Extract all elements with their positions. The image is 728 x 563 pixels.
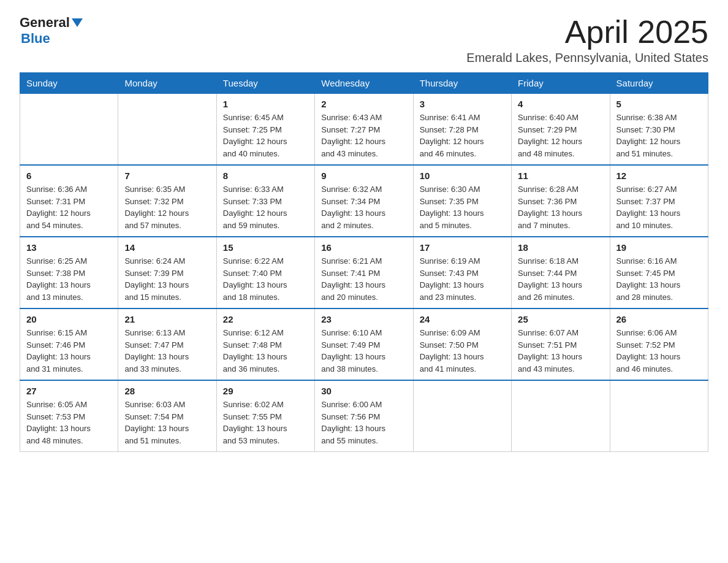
day-number: 19: [616, 242, 702, 253]
calendar-cell: 18Sunrise: 6:18 AMSunset: 7:44 PMDayligh…: [512, 237, 610, 308]
day-info: Sunrise: 6:30 AMSunset: 7:35 PMDaylight:…: [420, 183, 505, 231]
day-info: Sunrise: 6:15 AMSunset: 7:46 PMDaylight:…: [26, 327, 112, 375]
day-number: 8: [223, 170, 308, 181]
day-info: Sunrise: 6:32 AMSunset: 7:34 PMDaylight:…: [321, 183, 406, 231]
day-number: 6: [26, 170, 112, 181]
calendar-cell: 9Sunrise: 6:32 AMSunset: 7:34 PMDaylight…: [315, 165, 413, 237]
calendar-cell: 13Sunrise: 6:25 AMSunset: 7:38 PMDayligh…: [20, 237, 118, 308]
calendar-cell: 23Sunrise: 6:10 AMSunset: 7:49 PMDayligh…: [315, 308, 413, 380]
calendar-week-row: 13Sunrise: 6:25 AMSunset: 7:38 PMDayligh…: [20, 237, 708, 308]
calendar-cell: 24Sunrise: 6:09 AMSunset: 7:50 PMDayligh…: [413, 308, 511, 380]
day-number: 10: [420, 170, 505, 181]
day-number: 7: [124, 170, 210, 181]
calendar-header-row: SundayMondayTuesdayWednesdayThursdayFrid…: [20, 73, 708, 94]
day-info: Sunrise: 6:28 AMSunset: 7:36 PMDaylight:…: [518, 183, 603, 231]
calendar-cell: 1Sunrise: 6:45 AMSunset: 7:25 PMDaylight…: [216, 94, 314, 166]
calendar-cell: 19Sunrise: 6:16 AMSunset: 7:45 PMDayligh…: [610, 237, 708, 308]
day-number: 12: [616, 170, 702, 181]
calendar-cell: [512, 380, 610, 452]
day-number: 2: [321, 99, 406, 109]
day-info: Sunrise: 6:07 AMSunset: 7:51 PMDaylight:…: [518, 327, 603, 375]
day-number: 27: [26, 386, 112, 396]
column-header-friday: Friday: [512, 73, 610, 94]
day-number: 11: [518, 170, 603, 181]
day-info: Sunrise: 6:06 AMSunset: 7:52 PMDaylight:…: [616, 327, 702, 375]
day-info: Sunrise: 6:21 AMSunset: 7:41 PMDaylight:…: [321, 255, 406, 303]
calendar-cell: 17Sunrise: 6:19 AMSunset: 7:43 PMDayligh…: [413, 237, 511, 308]
day-number: 25: [518, 314, 603, 324]
day-number: 1: [223, 99, 308, 109]
day-number: 5: [616, 99, 702, 109]
day-number: 15: [223, 242, 308, 253]
column-header-wednesday: Wednesday: [315, 73, 413, 94]
day-info: Sunrise: 6:45 AMSunset: 7:25 PMDaylight:…: [223, 112, 308, 159]
calendar-cell: 25Sunrise: 6:07 AMSunset: 7:51 PMDayligh…: [512, 308, 610, 380]
page-header: General Blue April 2025 Emerald Lakes, P…: [20, 15, 708, 65]
day-info: Sunrise: 6:09 AMSunset: 7:50 PMDaylight:…: [420, 327, 505, 375]
logo-general-text: General: [20, 15, 70, 31]
calendar-cell: 22Sunrise: 6:12 AMSunset: 7:48 PMDayligh…: [216, 308, 314, 380]
calendar-cell: [118, 94, 216, 166]
day-info: Sunrise: 6:10 AMSunset: 7:49 PMDaylight:…: [321, 327, 406, 375]
title-block: April 2025 Emerald Lakes, Pennsylvania, …: [466, 15, 708, 65]
calendar-cell: 28Sunrise: 6:03 AMSunset: 7:54 PMDayligh…: [118, 380, 216, 452]
day-info: Sunrise: 6:40 AMSunset: 7:29 PMDaylight:…: [518, 112, 603, 159]
day-number: 13: [26, 242, 112, 253]
column-header-tuesday: Tuesday: [216, 73, 314, 94]
day-number: 30: [321, 386, 406, 396]
logo-arrow-icon: [72, 18, 83, 27]
calendar-cell: 15Sunrise: 6:22 AMSunset: 7:40 PMDayligh…: [216, 237, 314, 308]
day-info: Sunrise: 6:02 AMSunset: 7:55 PMDaylight:…: [223, 399, 308, 446]
calendar-table: SundayMondayTuesdayWednesdayThursdayFrid…: [20, 72, 708, 452]
day-info: Sunrise: 6:36 AMSunset: 7:31 PMDaylight:…: [26, 183, 112, 231]
day-number: 26: [616, 314, 702, 324]
day-number: 4: [518, 99, 603, 109]
column-header-thursday: Thursday: [413, 73, 511, 94]
calendar-cell: [610, 380, 708, 452]
calendar-cell: 27Sunrise: 6:05 AMSunset: 7:53 PMDayligh…: [20, 380, 118, 452]
column-header-saturday: Saturday: [610, 73, 708, 94]
day-number: 9: [321, 170, 406, 181]
calendar-cell: 3Sunrise: 6:41 AMSunset: 7:28 PMDaylight…: [413, 94, 511, 166]
calendar-cell: 7Sunrise: 6:35 AMSunset: 7:32 PMDaylight…: [118, 165, 216, 237]
calendar-cell: 10Sunrise: 6:30 AMSunset: 7:35 PMDayligh…: [413, 165, 511, 237]
calendar-cell: 21Sunrise: 6:13 AMSunset: 7:47 PMDayligh…: [118, 308, 216, 380]
calendar-cell: 11Sunrise: 6:28 AMSunset: 7:36 PMDayligh…: [512, 165, 610, 237]
calendar-cell: 16Sunrise: 6:21 AMSunset: 7:41 PMDayligh…: [315, 237, 413, 308]
day-number: 16: [321, 242, 406, 253]
day-info: Sunrise: 6:13 AMSunset: 7:47 PMDaylight:…: [124, 327, 210, 375]
calendar-cell: [413, 380, 511, 452]
day-info: Sunrise: 6:12 AMSunset: 7:48 PMDaylight:…: [223, 327, 308, 375]
day-info: Sunrise: 6:22 AMSunset: 7:40 PMDaylight:…: [223, 255, 308, 303]
day-info: Sunrise: 6:43 AMSunset: 7:27 PMDaylight:…: [321, 112, 406, 159]
column-header-monday: Monday: [118, 73, 216, 94]
calendar-week-row: 6Sunrise: 6:36 AMSunset: 7:31 PMDaylight…: [20, 165, 708, 237]
svg-marker-0: [72, 18, 83, 27]
day-number: 23: [321, 314, 406, 324]
day-info: Sunrise: 6:41 AMSunset: 7:28 PMDaylight:…: [420, 112, 505, 159]
day-info: Sunrise: 6:24 AMSunset: 7:39 PMDaylight:…: [124, 255, 210, 303]
calendar-week-row: 27Sunrise: 6:05 AMSunset: 7:53 PMDayligh…: [20, 380, 708, 452]
day-number: 18: [518, 242, 603, 253]
location-subtitle: Emerald Lakes, Pennsylvania, United Stat…: [466, 51, 708, 65]
calendar-cell: 26Sunrise: 6:06 AMSunset: 7:52 PMDayligh…: [610, 308, 708, 380]
day-info: Sunrise: 6:33 AMSunset: 7:33 PMDaylight:…: [223, 183, 308, 231]
calendar-cell: 5Sunrise: 6:38 AMSunset: 7:30 PMDaylight…: [610, 94, 708, 166]
day-info: Sunrise: 6:03 AMSunset: 7:54 PMDaylight:…: [124, 399, 210, 446]
calendar-cell: 20Sunrise: 6:15 AMSunset: 7:46 PMDayligh…: [20, 308, 118, 380]
day-info: Sunrise: 6:25 AMSunset: 7:38 PMDaylight:…: [26, 255, 112, 303]
day-number: 3: [420, 99, 505, 109]
calendar-week-row: 20Sunrise: 6:15 AMSunset: 7:46 PMDayligh…: [20, 308, 708, 380]
day-number: 28: [124, 386, 210, 396]
day-info: Sunrise: 6:35 AMSunset: 7:32 PMDaylight:…: [124, 183, 210, 231]
calendar-cell: 6Sunrise: 6:36 AMSunset: 7:31 PMDaylight…: [20, 165, 118, 237]
calendar-cell: 8Sunrise: 6:33 AMSunset: 7:33 PMDaylight…: [216, 165, 314, 237]
day-number: 29: [223, 386, 308, 396]
logo: General Blue: [20, 15, 83, 47]
day-info: Sunrise: 6:19 AMSunset: 7:43 PMDaylight:…: [420, 255, 505, 303]
day-info: Sunrise: 6:18 AMSunset: 7:44 PMDaylight:…: [518, 255, 603, 303]
calendar-cell: 29Sunrise: 6:02 AMSunset: 7:55 PMDayligh…: [216, 380, 314, 452]
calendar-cell: [20, 94, 118, 166]
day-number: 14: [124, 242, 210, 253]
day-info: Sunrise: 6:05 AMSunset: 7:53 PMDaylight:…: [26, 399, 112, 446]
